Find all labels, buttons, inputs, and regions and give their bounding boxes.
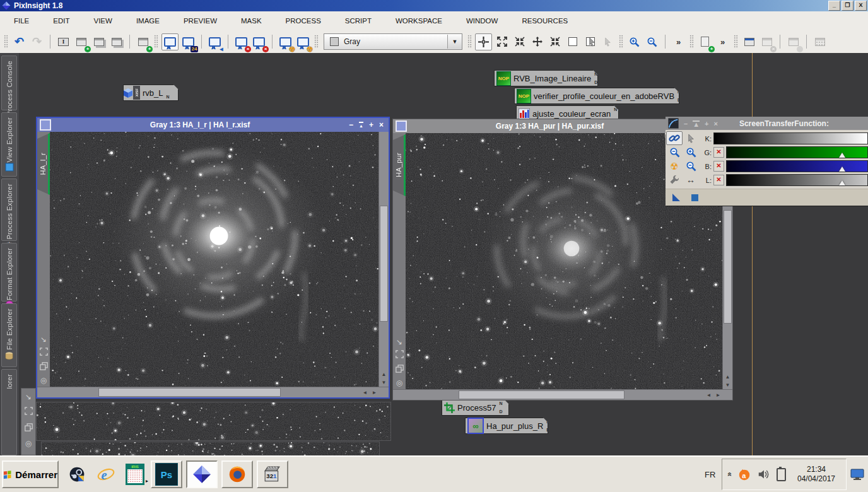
drag-handle[interactable] <box>314 35 319 49</box>
horizontal-scroll-thumb[interactable] <box>459 390 625 399</box>
sidebar-tab-view-explorer[interactable]: View Explorer <box>1 112 17 177</box>
stf-toggle-icon[interactable]: ☢ <box>278 34 293 50</box>
menu-item-resources[interactable]: RESOURCES <box>522 17 568 25</box>
zoom-out-minus-icon[interactable] <box>683 159 699 173</box>
swatch-square-icon[interactable] <box>691 194 699 202</box>
redo-icon[interactable]: ↷ <box>29 34 45 50</box>
iconize-all-icon[interactable] <box>108 34 124 50</box>
duplicate-image-icon[interactable]: + <box>73 34 89 50</box>
resize-icon[interactable]: ↘ <box>40 335 47 344</box>
horizontal-scrollbar[interactable] <box>37 387 360 397</box>
undo-icon[interactable]: ↶ <box>11 34 27 50</box>
sidebar-tab-file-explorer[interactable]: File Explorer <box>1 303 17 367</box>
channel-gradient-bar[interactable] <box>726 174 868 186</box>
frame-icon[interactable] <box>25 406 33 418</box>
window-shade-icon[interactable]: ▲ <box>359 122 363 128</box>
vertical-scroll-thumb[interactable] <box>380 206 388 322</box>
scroll-left-icon[interactable]: ◄ <box>360 387 370 397</box>
channel-gradient-bar[interactable] <box>713 132 868 144</box>
channel-reset-button[interactable]: ✕ <box>713 147 724 158</box>
close-button[interactable]: X <box>855 1 867 11</box>
menu-item-file[interactable]: FILE <box>14 17 29 25</box>
menu-item-process[interactable]: PROCESS <box>286 17 321 25</box>
start-button[interactable]: Démarrer <box>2 460 59 488</box>
link-icon[interactable] <box>666 131 683 145</box>
selection-mode-icon[interactable] <box>582 34 598 50</box>
zoom-out-icon[interactable] <box>644 34 660 50</box>
drag-handle[interactable] <box>619 35 623 49</box>
scroll-down-icon[interactable]: ▼ <box>723 381 732 389</box>
radiation-icon[interactable]: ☢ <box>666 159 683 173</box>
process-icon-ha_pur_plus_r[interactable]: ∞Ha_pur_plus_RND <box>465 418 548 434</box>
tray-clock[interactable]: 21:34 04/04/2017 <box>792 465 841 484</box>
taskbar-app-firefox[interactable] <box>221 460 253 488</box>
pan-mode-icon[interactable] <box>475 33 492 50</box>
menu-item-edit[interactable]: EDIT <box>53 17 69 25</box>
adjust-screen-icon[interactable] <box>161 33 179 50</box>
sidebar-tab-lorer[interactable]: lorer <box>1 369 17 455</box>
process-icon-verifier_profile_couleur_en_adobervb[interactable]: NOPverifier_profile_couleur_en_adobeRVBN… <box>514 88 679 104</box>
drag-handle[interactable] <box>4 35 8 49</box>
taskbar-app-photoshop[interactable]: Ps <box>151 460 182 488</box>
zoom-in-icon[interactable] <box>683 145 699 159</box>
stf-titlebar[interactable]: – ▲ + × ScreenTransferFunction: <box>666 117 868 130</box>
close-all-images-icon[interactable]: × <box>251 34 267 50</box>
workspace-window-icon[interactable] <box>785 34 801 50</box>
layers-icon[interactable] <box>396 364 404 375</box>
target-icon[interactable]: ◎ <box>40 376 47 385</box>
window-minimize-icon[interactable]: − <box>349 120 353 129</box>
channel-gradient-bar[interactable] <box>726 160 868 172</box>
midtone-slider-handle[interactable] <box>839 153 845 158</box>
vertical-scroll-thumb[interactable] <box>724 210 732 324</box>
vertical-scrollbar[interactable]: ▲▼ <box>378 132 389 387</box>
menu-item-mask[interactable]: MASK <box>241 17 262 25</box>
readout-mode-icon[interactable] <box>565 34 580 50</box>
show-desktop-icon[interactable] <box>849 467 865 482</box>
drag-handle[interactable] <box>154 35 158 49</box>
sidebar-tab-process-console[interactable]: Process Console <box>1 56 17 110</box>
black-point-triangle-icon[interactable] <box>672 193 681 202</box>
zoom-to-fit-icon[interactable] <box>494 34 510 50</box>
view-selector-tab[interactable]: HA_pur <box>393 134 406 196</box>
battery-icon[interactable] <box>777 468 786 481</box>
image-mode-selector[interactable]: Gray ▼ <box>324 33 462 50</box>
channel-gradient-bar[interactable] <box>726 146 868 158</box>
wrench-icon[interactable] <box>666 173 683 187</box>
dropdown-arrow-icon[interactable]: ▼ <box>447 35 462 49</box>
horizontal-scroll-thumb[interactable] <box>98 388 281 397</box>
frame-icon[interactable] <box>396 349 404 361</box>
menu-item-view[interactable]: VIEW <box>94 17 112 25</box>
menu-item-script[interactable]: SCRIPT <box>345 17 372 25</box>
zoom-out-icon[interactable] <box>666 145 683 159</box>
stf-apply-icon[interactable]: ☢ <box>295 34 311 50</box>
view-selector-tab[interactable]: HA_l_r <box>37 133 50 195</box>
set-identifier-icon[interactable]: I <box>56 34 71 50</box>
browser-window-icon[interactable] <box>812 34 828 50</box>
more-tools-chevron[interactable]: » <box>671 34 686 50</box>
image-view-ha_l_r[interactable] <box>50 132 378 387</box>
quicklaunch-iris-icon[interactable]: IRIS▸ <box>123 462 147 487</box>
taskbar-app-media-player-classic[interactable]: 321 <box>257 460 288 488</box>
zoom-in-icon[interactable] <box>626 34 642 50</box>
process-icon-rvb_l[interactable]: XISFrvb_LN <box>123 85 179 101</box>
channel-reset-button[interactable]: ✕ <box>713 175 724 185</box>
window-close-icon[interactable]: × <box>379 120 384 129</box>
window-zoom-icon[interactable]: + <box>369 120 373 129</box>
layers-icon[interactable] <box>25 423 33 434</box>
image-window-titlebar[interactable]: Gray 1:3 HA_l_r | HA l_r.xisf−▲+× <box>37 118 389 132</box>
layers-icon[interactable] <box>40 361 48 373</box>
drag-handle[interactable] <box>734 35 738 49</box>
menu-item-preview[interactable]: PREVIEW <box>184 17 217 25</box>
expand-chevron-icon[interactable]: » <box>725 472 734 477</box>
scroll-left-icon[interactable]: ◄ <box>704 390 713 400</box>
target-icon[interactable]: ◎ <box>396 378 402 387</box>
iconize-image-icon[interactable] <box>91 34 107 50</box>
explorer-window-icon[interactable] <box>741 34 757 50</box>
new-preview-icon[interactable]: + <box>135 34 151 50</box>
scroll-right-icon[interactable]: ► <box>713 390 723 400</box>
menu-item-image[interactable]: IMAGE <box>136 17 160 25</box>
fit-screen-icon[interactable]: ◂ <box>207 34 223 50</box>
process-icon-rvb_image_lineaire[interactable]: NOPRVB_Image_LineaireND <box>494 70 598 86</box>
scroll-right-icon[interactable]: ► <box>370 387 379 397</box>
menu-item-workspace[interactable]: WORKSPACE <box>396 17 442 25</box>
